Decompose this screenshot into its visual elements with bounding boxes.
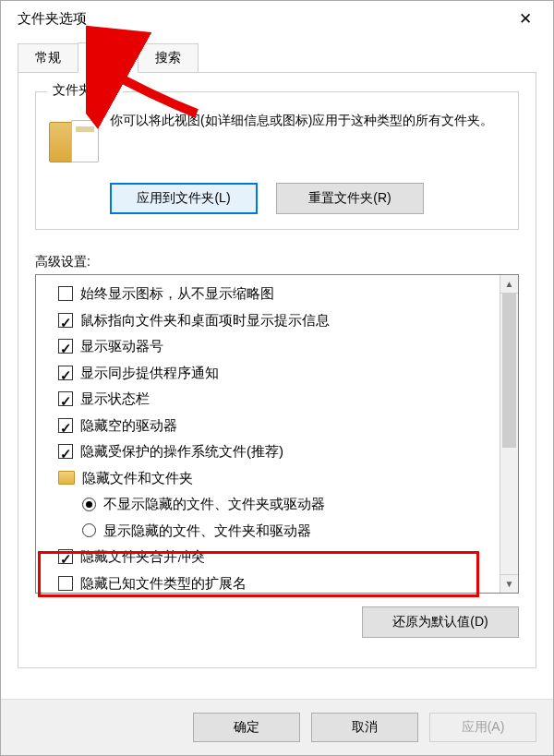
checkbox-icon[interactable]	[58, 366, 73, 380]
cancel-button[interactable]: 取消	[311, 713, 418, 742]
checkbox-icon[interactable]	[58, 418, 73, 433]
folder-view-group-title: 文件夹视图	[47, 82, 123, 99]
folder-view-group: 文件夹视图 你可以将此视图(如详细信息或图标)应用于这种类型的所有文件夹。 应用…	[35, 91, 519, 230]
apply-button[interactable]: 应用(A)	[429, 713, 536, 742]
list-item[interactable]: 隐藏空的驱动器	[58, 413, 496, 439]
list-item-label: 隐藏已知文件类型的扩展名	[80, 570, 247, 594]
dialog-body: 常规 查看 搜索 文件夹视图 你可以将此视图(如详细信息或图标)应用于这种类型的…	[1, 36, 553, 699]
list-item-label: 显示同步提供程序通知	[80, 360, 219, 387]
list-item[interactable]: 显示驱动器号	[58, 333, 496, 360]
close-icon[interactable]: ✕	[507, 9, 544, 29]
list-item[interactable]: 显示状态栏	[58, 386, 496, 413]
checkbox-icon[interactable]	[58, 286, 73, 301]
list-item[interactable]: 不显示隐藏的文件、文件夹或驱动器	[58, 491, 496, 518]
list-item-label: 鼠标指向文件夹和桌面项时显示提示信息	[80, 307, 330, 334]
list-item-label: 不显示隐藏的文件、文件夹或驱动器	[103, 491, 325, 518]
radio-icon[interactable]	[82, 498, 96, 511]
folder-view-description: 你可以将此视图(如详细信息或图标)应用于这种类型的所有文件夹。	[110, 111, 493, 170]
dialog-footer: 确定 取消 应用(A)	[1, 699, 553, 755]
tab-view-panel: 文件夹视图 你可以将此视图(如详细信息或图标)应用于这种类型的所有文件夹。 应用…	[18, 73, 536, 668]
folder-icon	[49, 114, 99, 170]
checkbox-icon[interactable]	[58, 313, 73, 328]
scroll-down-button[interactable]: ▼	[500, 574, 518, 593]
checkbox-icon[interactable]	[58, 549, 73, 564]
list-item[interactable]: 显示隐藏的文件、文件夹和驱动器	[58, 518, 496, 545]
list-item-label: 显示状态栏	[80, 386, 150, 413]
scrollbar[interactable]: ▲ ▼	[500, 275, 518, 593]
scroll-track[interactable]	[500, 294, 518, 574]
folder-options-dialog: 文件夹选项 ✕ 常规 查看 搜索 文件夹视图 你可以将此视图(如详细信息或图标)…	[0, 0, 554, 756]
title-bar: 文件夹选项 ✕	[1, 1, 553, 36]
checkbox-icon[interactable]	[58, 444, 73, 459]
tab-search[interactable]: 搜索	[138, 43, 199, 73]
apply-to-folders-button[interactable]: 应用到文件夹(L)	[110, 183, 258, 214]
scroll-up-button[interactable]: ▲	[500, 275, 518, 294]
tab-view[interactable]: 查看	[78, 42, 138, 73]
advanced-settings-label: 高级设置:	[35, 254, 519, 270]
radio-icon[interactable]	[82, 523, 96, 537]
checkbox-icon[interactable]	[58, 576, 73, 591]
list-item-label: 显示隐藏的文件、文件夹和驱动器	[103, 518, 311, 545]
folder-icon	[58, 471, 75, 485]
list-item[interactable]: 隐藏文件夹合并冲突	[58, 544, 496, 570]
checkbox-icon[interactable]	[58, 339, 73, 354]
ok-button[interactable]: 确定	[193, 713, 300, 742]
list-item[interactable]: 隐藏文件和文件夹	[58, 465, 496, 492]
window-title: 文件夹选项	[18, 10, 507, 28]
restore-defaults-button[interactable]: 还原为默认值(D)	[362, 606, 519, 638]
reset-folders-button[interactable]: 重置文件夹(R)	[276, 183, 424, 214]
list-item-label: 隐藏文件和文件夹	[82, 465, 193, 492]
scroll-thumb[interactable]	[502, 294, 516, 448]
list-item-label: 隐藏受保护的操作系统文件(推荐)	[80, 438, 283, 465]
advanced-settings-box: 始终显示图标，从不显示缩略图鼠标指向文件夹和桌面项时显示提示信息显示驱动器号显示…	[35, 274, 519, 594]
list-item-label: 隐藏空的驱动器	[80, 413, 177, 439]
checkbox-icon[interactable]	[58, 391, 73, 406]
list-item-label: 隐藏文件夹合并冲突	[80, 544, 205, 570]
tab-general[interactable]: 常规	[18, 43, 78, 73]
advanced-settings-list[interactable]: 始终显示图标，从不显示缩略图鼠标指向文件夹和桌面项时显示提示信息显示驱动器号显示…	[36, 275, 500, 593]
list-item[interactable]: 隐藏已知文件类型的扩展名	[58, 570, 496, 594]
list-item[interactable]: 显示同步提供程序通知	[58, 360, 496, 387]
list-item[interactable]: 鼠标指向文件夹和桌面项时显示提示信息	[58, 307, 496, 334]
tab-strip: 常规 查看 搜索	[18, 42, 536, 73]
list-item[interactable]: 始终显示图标，从不显示缩略图	[58, 281, 496, 307]
list-item-label: 显示驱动器号	[80, 333, 163, 360]
list-item[interactable]: 隐藏受保护的操作系统文件(推荐)	[58, 438, 496, 465]
list-item-label: 始终显示图标，从不显示缩略图	[80, 281, 274, 307]
